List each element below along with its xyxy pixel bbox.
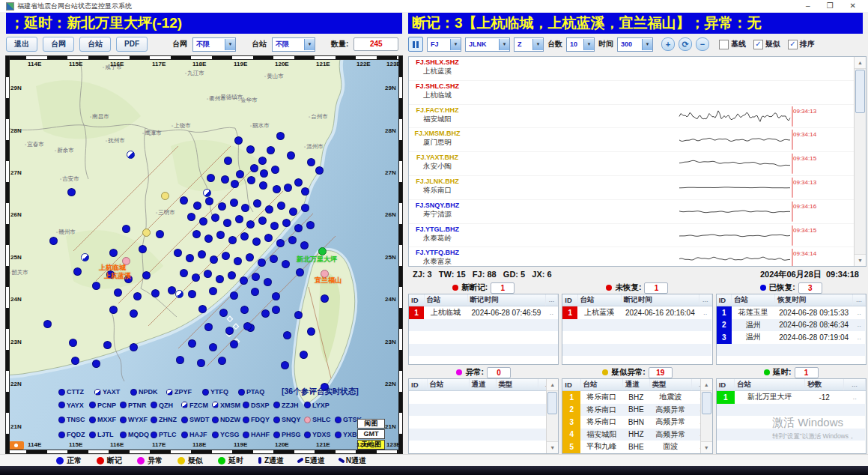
network-filter-select[interactable]: 不限▼	[192, 37, 236, 52]
station-dot[interactable]	[260, 169, 268, 178]
station-dot[interactable]	[92, 360, 100, 368]
waveform-row[interactable]: FJ.YAXT.BHZ永安小陶09:34:15	[409, 152, 866, 176]
station-dot[interactable]	[246, 220, 255, 229]
station-dot[interactable]	[272, 306, 280, 314]
station-dot[interactable]	[258, 258, 266, 267]
table-row[interactable]: 1新北万里大坪-12‥	[717, 391, 866, 404]
waveform-row[interactable]: FJ.YTGL.BHZ永泰葛岭09:34:15	[409, 224, 866, 248]
station-dot[interactable]	[270, 222, 279, 230]
time-window-select[interactable]: 300▼	[617, 37, 653, 52]
station-dot[interactable]	[258, 217, 267, 225]
table-scrollbar[interactable]: ▲▼	[546, 379, 558, 453]
station-dot[interactable]	[273, 185, 281, 193]
wave-network-select[interactable]: FJ▼	[427, 37, 461, 52]
exit-button[interactable]: 退出	[6, 37, 37, 52]
table-row[interactable]: 4福安城阳HHZ高频异常‥	[562, 429, 711, 441]
station-dot[interactable]	[306, 221, 315, 229]
station-dot[interactable]	[192, 273, 200, 282]
station-dot[interactable]	[188, 290, 196, 298]
station-dot[interactable]	[198, 250, 206, 258]
scrollbar-thumb[interactable]	[702, 392, 711, 414]
table-row[interactable]: 1花莲玉里2024-06-28 09:15:33‥	[717, 306, 866, 319]
station-dot[interactable]	[287, 151, 295, 160]
waveform-row[interactable]: FJ.YTFQ.BHZ永泰富泉09:34:14	[409, 247, 866, 267]
scroll-up-arrow[interactable]: ▲	[855, 57, 866, 69]
scrollbar-thumb[interactable]	[855, 70, 865, 113]
station-dot[interactable]	[234, 257, 242, 265]
station-dot[interactable]	[300, 351, 308, 359]
station-dot[interactable]	[294, 224, 303, 232]
station-dot[interactable]	[261, 309, 270, 318]
station-dot[interactable]	[282, 219, 291, 227]
station-dot[interactable]	[294, 311, 303, 319]
minimize-button[interactable]: –	[806, 1, 810, 11]
station-dot[interactable]	[289, 208, 297, 216]
station-dot[interactable]	[300, 241, 309, 249]
station-dot[interactable]	[224, 157, 232, 165]
station-dot[interactable]	[69, 339, 77, 347]
maximize-button[interactable]: ❐	[827, 1, 834, 11]
map-panel[interactable]: 114E114E115E115E116E116E117E117E118E118E…	[6, 56, 402, 453]
station-dot[interactable]	[43, 320, 52, 328]
station-dot[interactable]	[204, 270, 212, 278]
table-row[interactable]: 3温州2024-06-28 07:19:04‥	[717, 331, 866, 344]
station-dot[interactable]	[176, 356, 184, 364]
station-dot-half[interactable]	[203, 189, 211, 197]
station-dot[interactable]	[71, 357, 79, 365]
history-button[interactable]: ⟳	[679, 37, 692, 51]
station-dot[interactable]	[301, 204, 309, 212]
station-dot[interactable]	[218, 202, 226, 211]
station-dot[interactable]	[174, 249, 182, 257]
station-dot[interactable]	[186, 254, 194, 262]
station-dot[interactable]	[294, 178, 303, 187]
station-dot[interactable]	[321, 294, 329, 303]
table-row[interactable]: 1上杭临城2024-06-28 07:46:59‥	[409, 306, 558, 319]
station-dot[interactable]	[109, 249, 118, 257]
station-dot[interactable]	[92, 282, 100, 290]
checkbox-疑似[interactable]: ✓疑似	[753, 39, 780, 49]
station-dot[interactable]	[204, 323, 213, 331]
checkbox-基线[interactable]: 基线	[719, 39, 746, 49]
station-dot[interactable]	[240, 276, 248, 285]
station-dot[interactable]	[209, 343, 217, 351]
station-dot[interactable]	[193, 202, 201, 210]
station-dot[interactable]	[103, 341, 112, 349]
station-dot[interactable]	[251, 288, 259, 296]
scroll-up-arrow[interactable]: ▲	[547, 379, 558, 391]
station-dot[interactable]	[236, 170, 244, 178]
checkbox-排序[interactable]: ✓排序	[788, 39, 815, 49]
station-dot[interactable]	[109, 306, 118, 314]
table-row[interactable]: 3将乐南口BHN高频异常‥	[562, 416, 711, 429]
station-dot-half[interactable]	[81, 253, 89, 261]
station-dot[interactable]	[197, 359, 205, 367]
waveform-row[interactable]: FJ.FACY.HHZ福安城阳09:34:13	[409, 105, 866, 129]
station-dot[interactable]	[315, 166, 324, 175]
station-dot[interactable]	[223, 219, 231, 227]
station-dot[interactable]	[199, 217, 207, 226]
station-dot[interactable]	[218, 357, 226, 365]
station-dot-half[interactable]	[175, 290, 183, 298]
station-dot[interactable]	[67, 188, 76, 196]
waveform-row[interactable]: FJ.XMSM.BHZ厦门思明09:34:14	[409, 128, 866, 152]
station-dot[interactable]	[225, 327, 234, 335]
pdf-button[interactable]: PDF	[116, 37, 148, 52]
station-dot[interactable]	[272, 292, 280, 300]
station-dot[interactable]	[219, 309, 228, 317]
station-dot-half[interactable]	[127, 151, 135, 159]
station-dot[interactable]	[210, 255, 218, 264]
table-row[interactable]: 5平和九峰BHE面波‥	[562, 441, 711, 453]
station-dot-yellow[interactable]	[142, 229, 151, 237]
table-row[interactable]: 1上杭蓝溪2024-06-16 20:16:04‥	[562, 306, 711, 319]
station-filter-select[interactable]: 不限▼	[272, 37, 315, 52]
station-dot[interactable]	[180, 196, 188, 205]
station-dot[interactable]	[241, 204, 249, 212]
station-dot[interactable]	[230, 199, 238, 207]
table-row[interactable]: 2温州2024-06-28 08:46:34‥	[717, 319, 866, 332]
trace-count-select[interactable]: 10▼	[566, 37, 595, 52]
station-dot[interactable]	[252, 238, 261, 246]
wave-channel-select[interactable]: Z▼	[514, 37, 544, 52]
station-dot[interactable]	[277, 202, 285, 210]
station-dot[interactable]	[258, 157, 267, 165]
station-dot[interactable]	[284, 184, 292, 192]
station-dot[interactable]	[247, 176, 255, 184]
